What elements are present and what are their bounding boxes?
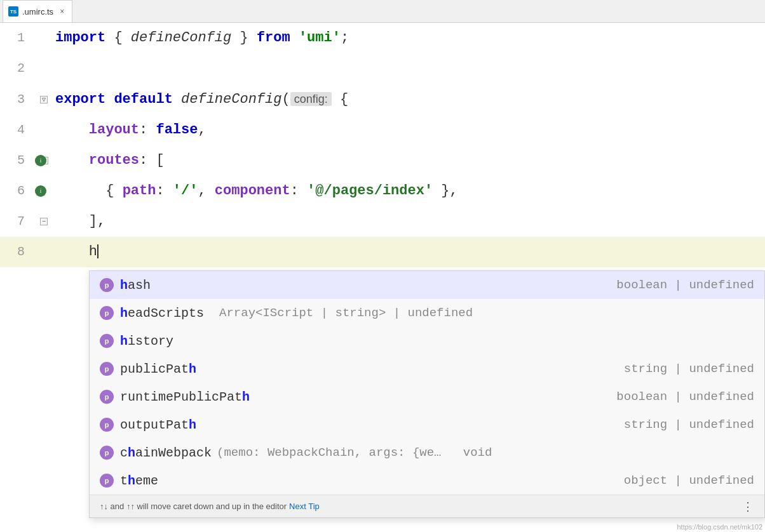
line-number-2: 2 <box>0 53 35 84</box>
line-number-7: 7 <box>0 206 35 237</box>
autocomplete-item-publicpath[interactable]: p publicPath string | undefined <box>90 355 764 383</box>
ac-name-history: history <box>120 334 173 349</box>
gutter-badge-6: i <box>35 185 46 197</box>
ac-icon-headscripts: p <box>100 306 114 320</box>
autocomplete-dropdown: p hash boolean | undefined p headScripts… <box>89 270 765 518</box>
editor-window: TS .umirc.ts × 1 import { defineConfig }… <box>0 0 765 532</box>
code-area[interactable]: 1 import { defineConfig } from 'umi'; 2 … <box>0 23 765 532</box>
ac-type-headscripts: Array<IScript | string> | undefined <box>219 306 473 320</box>
autocomplete-footer: ↑↓ and ↑↑ will move caret down and up in… <box>90 495 764 517</box>
tab-close-button[interactable]: × <box>60 7 64 16</box>
line-number-5: 5 <box>0 145 35 176</box>
line-content-3[interactable]: export default defineConfig(config: { <box>53 84 765 115</box>
code-line-6: 6 i { path: '/', component: '@/pages/ind… <box>0 176 765 206</box>
code-line-5: 5 i ▽ routes: [ <box>0 145 765 176</box>
tab-bar: TS .umirc.ts × <box>0 0 765 23</box>
ac-name-outputpath: outputPath <box>120 418 196 432</box>
gutter-3: ▽ <box>35 96 53 103</box>
code-line-3: 3 ▽ export default defineConfig(config: … <box>0 84 765 115</box>
fold-icon-7[interactable]: − <box>40 218 48 225</box>
code-line-7: 7 − ], <box>0 206 765 237</box>
gutter-badge-5: i <box>35 155 46 166</box>
autocomplete-item-headscripts[interactable]: p headScripts Array<IScript | string> | … <box>90 299 764 327</box>
code-line-4: 4 layout: false, <box>0 115 765 145</box>
more-options-button[interactable]: ⋮ <box>742 500 754 514</box>
gutter-7: − <box>35 218 53 225</box>
line-number-4: 4 <box>0 115 35 145</box>
ac-name-hash: hash <box>120 278 151 293</box>
ac-icon-hash: p <box>100 278 114 292</box>
ac-type-chainwebpack: (memo: WebpackChain, args: {we… void <box>217 446 492 460</box>
line-content-4[interactable]: layout: false, <box>53 115 765 145</box>
line-number-1: 1 <box>0 23 35 53</box>
ac-name-publicpath: publicPath <box>120 362 196 376</box>
autocomplete-item-history[interactable]: p history <box>90 327 764 355</box>
ac-icon-outputpath: p <box>100 418 114 432</box>
typescript-icon: TS <box>8 6 18 17</box>
line-number-8: 8 <box>0 237 35 267</box>
ac-name-runtimepublicpath: runtimePublicPath <box>120 390 250 404</box>
line-content-1[interactable]: import { defineConfig } from 'umi'; <box>53 23 765 53</box>
ac-name-headscripts: headScripts <box>120 306 204 321</box>
autocomplete-item-chainwebpack[interactable]: p chainWebpack (memo: WebpackChain, args… <box>90 439 764 467</box>
line-content-7[interactable]: ], <box>53 206 765 237</box>
file-tab[interactable]: TS .umirc.ts × <box>3 0 72 22</box>
line-content-2[interactable] <box>53 53 765 84</box>
ac-icon-publicpath: p <box>100 362 114 376</box>
ac-name-theme: theme <box>120 474 158 488</box>
ac-icon-theme: p <box>100 474 114 488</box>
autocomplete-item-theme[interactable]: p theme object | undefined <box>90 467 764 495</box>
tab-filename: .umirc.ts <box>22 7 53 17</box>
line-content-6[interactable]: { path: '/', component: '@/pages/index' … <box>53 176 765 206</box>
next-tip-link[interactable]: Next Tip <box>289 502 320 511</box>
ac-type-hash: boolean | undefined <box>616 278 754 292</box>
ac-icon-history: p <box>100 334 114 348</box>
code-line-1: 1 import { defineConfig } from 'umi'; <box>0 23 765 53</box>
line-content-5[interactable]: routes: [ <box>53 145 765 176</box>
code-editor: 1 import { defineConfig } from 'umi'; 2 … <box>0 23 765 532</box>
ac-type-theme: object | undefined <box>624 474 754 488</box>
ac-icon-runtimepublicpath: p <box>100 390 114 404</box>
line-number-6: 6 <box>0 176 35 206</box>
ac-type-runtimepublicpath: boolean | undefined <box>616 390 754 404</box>
line-number-3: 3 <box>0 84 35 115</box>
autocomplete-item-hash[interactable]: p hash boolean | undefined <box>90 271 764 299</box>
autocomplete-item-outputpath[interactable]: p outputPath string | undefined <box>90 411 764 439</box>
ac-type-outputpath: string | undefined <box>624 418 754 432</box>
gutter-5: i ▽ <box>35 157 53 164</box>
line-content-8[interactable]: h <box>53 237 765 267</box>
fold-icon-3[interactable]: ▽ <box>40 96 48 103</box>
autocomplete-item-runtimepublicpath[interactable]: p runtimePublicPath boolean | undefined <box>90 383 764 411</box>
footer-hint-text: ↑↓ and ↑↑ will move caret down and up in… <box>100 502 287 511</box>
code-line-2: 2 <box>0 53 765 84</box>
watermark: https://blog.csdn.net/mk102 <box>677 523 762 531</box>
ac-name-chainwebpack: chainWebpack <box>120 446 212 460</box>
ac-icon-chainwebpack: p <box>100 446 114 460</box>
code-line-8: 8 h <box>0 237 765 267</box>
ac-type-publicpath: string | undefined <box>624 362 754 376</box>
